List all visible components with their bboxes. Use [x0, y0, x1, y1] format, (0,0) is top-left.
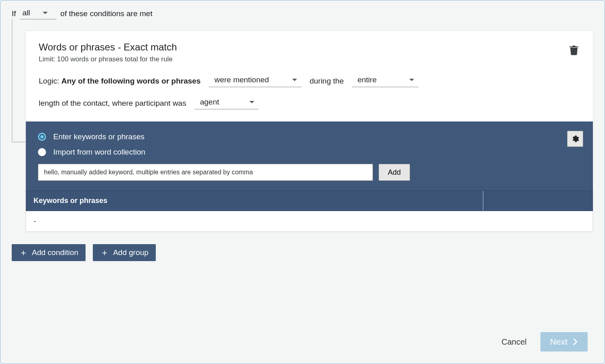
- keywords-panel: Enter keywords or phrases Import from wo…: [26, 121, 593, 190]
- add-keyword-button[interactable]: Add: [379, 164, 410, 181]
- next-label: Next: [550, 337, 567, 347]
- delete-condition-button[interactable]: [568, 43, 580, 57]
- keywords-col-header: Keywords or phrases: [26, 191, 484, 211]
- condition-tree: Words or phrases - Exact match Limit: 10…: [12, 31, 593, 232]
- if-text: If: [12, 9, 16, 18]
- condition-sentence: If all of these conditions are met: [12, 8, 593, 19]
- add-group-label: Add group: [113, 248, 149, 257]
- participant-select[interactable]: agent: [194, 97, 259, 109]
- radio-icon: [38, 133, 46, 141]
- table-row: -: [26, 211, 593, 232]
- sentence-rest: of these conditions are met: [61, 9, 153, 18]
- gear-icon: [571, 135, 579, 143]
- caret-down-icon: [42, 11, 48, 15]
- logic-prefix: Logic:: [39, 77, 59, 85]
- rule-conditions-panel: If all of these conditions are met Words…: [0, 0, 605, 364]
- during-text: during the: [310, 77, 344, 86]
- cancel-button[interactable]: Cancel: [502, 337, 527, 347]
- participant-value: agent: [200, 98, 219, 107]
- tree-connector: [12, 19, 25, 142]
- radio-import-label: Import from word collection: [53, 148, 145, 157]
- footer-actions: Cancel Next: [502, 332, 588, 351]
- radio-enter-label: Enter keywords or phrases: [53, 132, 144, 141]
- add-group-button[interactable]: ＋ Add group: [93, 244, 156, 261]
- window-value: entire: [358, 75, 377, 84]
- plus-icon: ＋: [19, 248, 28, 257]
- window-select[interactable]: entire: [352, 75, 419, 87]
- condition-card: Words or phrases - Exact match Limit: 10…: [25, 31, 593, 232]
- actions-col-header: [484, 191, 592, 211]
- card-title: Words or phrases - Exact match: [39, 42, 177, 53]
- plus-icon: ＋: [100, 248, 109, 257]
- line2-prefix: length of the contact, where participant…: [39, 99, 186, 108]
- keywords-table-header: Keywords or phrases: [26, 190, 593, 211]
- row-value: -: [33, 217, 36, 226]
- logic-strong: Any of the following words or phrases: [61, 77, 201, 85]
- radio-import-collection[interactable]: Import from word collection: [38, 148, 581, 157]
- radio-icon: [38, 148, 46, 156]
- chevron-right-icon: [573, 338, 578, 345]
- card-subtitle: Limit: 100 words or phrases total for th…: [39, 55, 177, 63]
- condition-actions: ＋ Add condition ＋ Add group: [12, 244, 593, 261]
- next-button[interactable]: Next: [540, 332, 588, 351]
- caret-down-icon: [249, 100, 255, 104]
- keywords-input[interactable]: [38, 164, 373, 181]
- trash-icon: [569, 45, 578, 55]
- caret-down-icon: [409, 78, 414, 82]
- radio-enter-keywords[interactable]: Enter keywords or phrases: [38, 132, 581, 141]
- logic-section: Logic: Any of the following words or phr…: [26, 63, 593, 121]
- quantifier-value: all: [23, 8, 30, 17]
- add-condition-label: Add condition: [32, 248, 78, 257]
- mention-value: were mentioned: [214, 75, 269, 84]
- caret-down-icon: [292, 78, 297, 82]
- quantifier-select[interactable]: all: [20, 8, 57, 19]
- add-label: Add: [388, 168, 401, 177]
- settings-button[interactable]: [567, 131, 583, 147]
- mention-select[interactable]: were mentioned: [209, 75, 301, 87]
- add-condition-button[interactable]: ＋ Add condition: [12, 244, 86, 261]
